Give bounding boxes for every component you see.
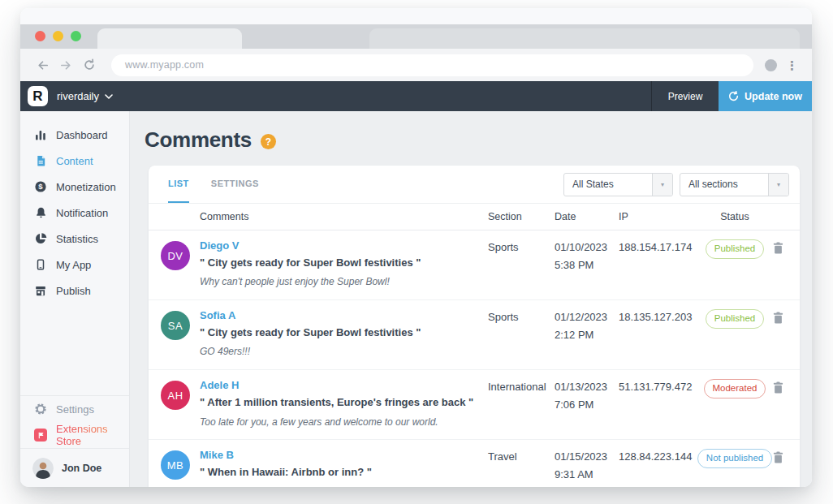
trash-icon[interactable] bbox=[773, 239, 783, 257]
section-cell: Sports bbox=[488, 309, 555, 325]
date-cell: 01/10/2023 5:38 PM bbox=[555, 239, 619, 273]
commenter-avatar: SA bbox=[161, 311, 190, 340]
date-value: 01/12/2023 bbox=[555, 311, 619, 325]
preview-button[interactable]: Preview bbox=[651, 81, 719, 111]
table-row: AH Adele H " After 1 million transients,… bbox=[149, 370, 800, 440]
sidebar-item-publish[interactable]: Publish bbox=[20, 278, 129, 304]
back-icon[interactable] bbox=[34, 57, 50, 73]
reload-icon[interactable] bbox=[81, 57, 97, 73]
forward-icon[interactable] bbox=[58, 57, 74, 73]
date-value: 01/15/2023 bbox=[555, 450, 619, 464]
comment-text: last year we stayed at the Marriott, it … bbox=[200, 486, 488, 487]
zoom-window-button[interactable] bbox=[71, 31, 81, 41]
comments-table-body: DV Diego V " City gets ready for Super B… bbox=[149, 230, 800, 487]
tab-settings-label: SETTINGS bbox=[211, 179, 259, 188]
comment-text: Why can't people just enjoy the Super Bo… bbox=[200, 276, 488, 289]
update-now-label: Update now bbox=[745, 91, 802, 102]
commenter-name-link[interactable]: Adele H bbox=[200, 379, 488, 393]
pie-chart-icon bbox=[34, 232, 47, 245]
extensions-store-label: Extensions Store bbox=[56, 423, 129, 447]
states-filter-select[interactable]: All States ▾ bbox=[563, 173, 673, 196]
sidebar-item-monetization[interactable]: $ Monetization bbox=[20, 174, 129, 200]
date-cell: 01/13/2023 7:06 PM bbox=[555, 379, 619, 412]
close-window-button[interactable] bbox=[35, 31, 45, 41]
sidebar-item-label: Monetization bbox=[56, 181, 116, 193]
date-cell: 01/12/2023 2:12 PM bbox=[555, 309, 619, 342]
browser-tab-inactive[interactable] bbox=[369, 28, 800, 49]
storefront-icon bbox=[34, 284, 47, 297]
brand-name: riverdaily bbox=[57, 90, 99, 102]
section-cell: International bbox=[488, 379, 555, 394]
traffic-lights bbox=[35, 31, 81, 41]
sidebar-item-content[interactable]: Content bbox=[20, 148, 129, 174]
sidebar-item-label: Statistics bbox=[56, 233, 98, 245]
sidebar-item-my-app[interactable]: My App bbox=[20, 252, 129, 278]
time-value: 2:12 PM bbox=[555, 329, 619, 342]
user-avatar bbox=[32, 458, 54, 479]
col-section: Section bbox=[488, 211, 555, 222]
sidebar-item-settings[interactable]: Settings bbox=[20, 396, 129, 422]
trash-icon[interactable] bbox=[773, 449, 783, 467]
svg-text:$: $ bbox=[38, 182, 43, 191]
tab-list-label: LIST bbox=[168, 179, 189, 188]
commenter-name-link[interactable]: Diego V bbox=[200, 239, 488, 253]
card-tabs: LIST SETTINGS All States ▾ All sections … bbox=[149, 166, 800, 204]
url-text: www.myapp.com bbox=[125, 59, 204, 71]
minimize-window-button[interactable] bbox=[53, 31, 63, 41]
col-ip: IP bbox=[619, 211, 703, 222]
main-content: Comments ? LIST SETTINGS All States ▾ bbox=[130, 111, 812, 487]
sidebar-item-label: Notification bbox=[56, 207, 108, 219]
window-top-strip bbox=[20, 8, 812, 24]
table-header: Comments Section Date IP Status bbox=[149, 204, 800, 230]
refresh-icon bbox=[728, 91, 739, 101]
time-value: 7:06 PM bbox=[555, 398, 619, 412]
status-badge: Not published bbox=[697, 449, 772, 468]
page-title: Comments bbox=[145, 127, 252, 153]
commenter-name-link[interactable]: Mike B bbox=[200, 449, 488, 463]
time-value: 9:31 AM bbox=[555, 468, 619, 482]
sidebar-item-label: Content bbox=[56, 155, 93, 167]
dropdown-arrow-icon: ▾ bbox=[652, 174, 672, 196]
extensions-store-icon bbox=[34, 429, 47, 442]
address-bar[interactable]: www.myapp.com bbox=[111, 54, 753, 76]
comment-cell: Sofia A " City gets ready for Super Bowl… bbox=[200, 309, 488, 359]
sidebar-item-notification[interactable]: Notification bbox=[20, 200, 129, 226]
status-cell: Moderated bbox=[703, 379, 766, 398]
browser-menu-icon[interactable]: ⋮ bbox=[786, 59, 798, 71]
col-date: Date bbox=[555, 211, 619, 222]
comment-cell: Adele H " After 1 million transients, Eu… bbox=[200, 379, 488, 429]
tab-list[interactable]: LIST bbox=[168, 166, 189, 203]
bar-chart-icon bbox=[34, 128, 47, 141]
user-name: Jon Doe bbox=[62, 463, 101, 474]
comment-title: " When in Hawaii: Airbnb or inn? " bbox=[200, 465, 488, 480]
user-profile[interactable]: Jon Doe bbox=[20, 449, 129, 487]
commenter-name-link[interactable]: Sofia A bbox=[200, 309, 488, 323]
table-row: SA Sofia A " City gets ready for Super B… bbox=[149, 300, 800, 370]
smartphone-icon bbox=[34, 258, 47, 271]
trash-icon[interactable] bbox=[773, 379, 783, 397]
sidebar-item-statistics[interactable]: Statistics bbox=[20, 226, 129, 252]
trash-icon[interactable] bbox=[773, 309, 783, 327]
states-filter-value: All States bbox=[564, 174, 652, 196]
sidebar-item-extensions-store[interactable]: Extensions Store bbox=[20, 422, 129, 448]
tab-settings[interactable]: SETTINGS bbox=[211, 166, 259, 203]
sidebar-item-dashboard[interactable]: Dashboard bbox=[20, 122, 129, 148]
help-icon[interactable]: ? bbox=[261, 134, 276, 149]
site-switcher[interactable]: riverdaily bbox=[57, 90, 113, 102]
sidebar-item-label: Publish bbox=[56, 285, 91, 297]
update-now-button[interactable]: Update now bbox=[719, 81, 812, 111]
table-row: MB Mike B " When in Hawaii: Airbnb or in… bbox=[149, 440, 800, 487]
status-badge: Published bbox=[706, 309, 765, 329]
commenter-avatar: DV bbox=[161, 241, 190, 270]
date-value: 01/13/2023 bbox=[555, 381, 619, 394]
chevron-down-icon bbox=[105, 94, 113, 99]
browser-tab-active[interactable] bbox=[97, 28, 242, 49]
section-cell: Sports bbox=[488, 239, 555, 255]
table-row: DV Diego V " City gets ready for Super B… bbox=[149, 230, 800, 300]
preview-label: Preview bbox=[668, 91, 703, 102]
sections-filter-select[interactable]: All sections ▾ bbox=[680, 173, 789, 196]
ip-cell: 51.131.779.472 bbox=[619, 379, 703, 394]
dropdown-arrow-icon: ▾ bbox=[768, 174, 788, 196]
comment-text: Too late for you, a few years and welcom… bbox=[200, 416, 488, 429]
browser-profile-avatar[interactable] bbox=[765, 59, 777, 71]
